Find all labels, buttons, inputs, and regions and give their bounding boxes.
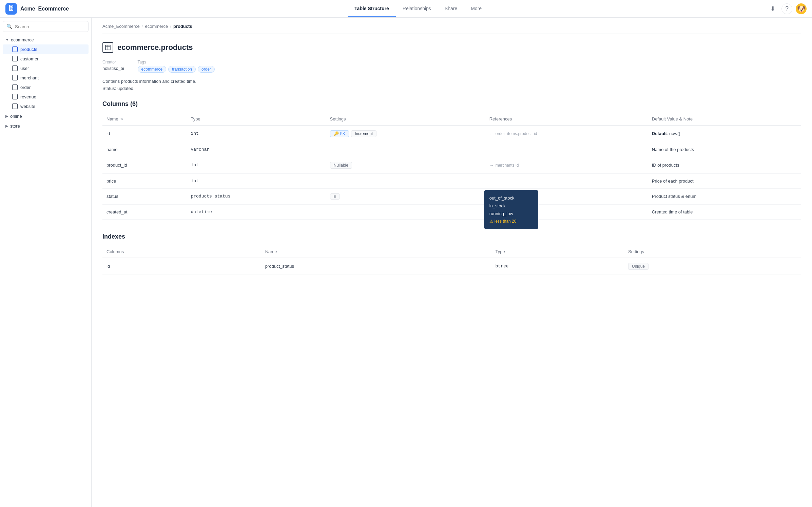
table-row: id product_status btree Unique	[102, 258, 801, 275]
col-type-created-at: datetime	[187, 204, 326, 219]
th-idx-columns: Columns	[102, 246, 261, 258]
indexes-header-row: Columns Name Type Settings	[102, 246, 801, 258]
table-icon	[12, 56, 18, 61]
th-default: Default Value & Note	[648, 113, 801, 125]
tab-share[interactable]: Share	[438, 1, 464, 17]
tab-table-structure[interactable]: Table Structure	[348, 1, 396, 17]
col-settings-price	[326, 173, 485, 188]
ref-arrow-icon: →	[489, 163, 494, 168]
col-type-name: varchar	[187, 142, 326, 157]
sidebar-item-label: website	[20, 104, 35, 109]
table-row: name varchar Name of the products	[102, 142, 801, 157]
sidebar-group-header-ecommerce[interactable]: ▼ ecommerce	[3, 35, 89, 44]
tags-list: ecommerce transaction order	[138, 66, 215, 73]
col-settings-id: 🔑 PK Increment	[326, 125, 485, 142]
enum-value-in-stock: in_stock	[489, 202, 533, 210]
tab-more[interactable]: More	[464, 1, 488, 17]
col-ref-id: ← order_items.product_id	[485, 125, 648, 142]
col-name-id: id	[102, 125, 187, 142]
col-type-product-id: int	[187, 157, 326, 173]
table-icon	[12, 75, 18, 80]
ref-arrow-icon: ←	[489, 131, 494, 136]
body: 🔍 ▼ ecommerce products customer	[0, 18, 812, 507]
enum-tooltip-note: ⚠ less than 20	[489, 218, 533, 225]
download-button[interactable]: ⬇	[767, 3, 778, 14]
sidebar-item-products[interactable]: products	[3, 44, 89, 54]
table-row: status products_status E out_of_stock in…	[102, 188, 801, 204]
badge-unique: Unique	[628, 263, 649, 270]
search-input[interactable]	[15, 24, 85, 29]
table-row: created_at datetime Created time of tabl…	[102, 204, 801, 219]
col-ref-price	[485, 173, 648, 188]
table-icon	[12, 104, 18, 109]
sidebar-group-items-ecommerce: products customer user merchant order	[3, 44, 89, 111]
ref-cell-product-id: → merchants.id	[489, 163, 644, 168]
breadcrumb-app[interactable]: Acme_Ecommerce	[102, 24, 140, 29]
breadcrumb-sep: /	[142, 24, 143, 29]
app-title: Acme_Ecommerce	[20, 6, 69, 12]
th-references: References	[485, 113, 648, 125]
creator-section: Creator holistisc_bi	[102, 60, 124, 73]
idx-col-type: btree	[491, 258, 624, 275]
badge-pk: 🔑 PK	[330, 130, 349, 137]
col-type-price: int	[187, 173, 326, 188]
columns-table: Name ⇅ Type Settings References Default …	[102, 113, 801, 220]
th-idx-name: Name	[261, 246, 491, 258]
sidebar-item-customer[interactable]: customer	[3, 54, 89, 63]
sidebar-group-label-store: store	[10, 124, 20, 129]
settings-cell-id: 🔑 PK Increment	[330, 130, 481, 137]
search-box[interactable]: 🔍	[3, 21, 89, 32]
logo-icon: 🗄	[5, 3, 17, 15]
tag-ecommerce[interactable]: ecommerce	[138, 66, 167, 73]
sidebar-group-header-store[interactable]: ▶ store	[3, 121, 89, 131]
sidebar-item-revenue[interactable]: revenue	[3, 92, 89, 101]
col-note-price: Price of each product	[648, 173, 801, 188]
creator-label: Creator	[102, 60, 124, 64]
sidebar-item-label: revenue	[20, 94, 36, 99]
table-icon	[12, 84, 18, 90]
sidebar-item-label: merchant	[20, 75, 39, 80]
idx-col-settings: Unique	[624, 258, 801, 275]
topnav-right: ⬇ ? 🐶	[767, 3, 807, 14]
breadcrumb-sep: /	[170, 24, 171, 29]
search-icon: 🔍	[6, 24, 12, 29]
sidebar-group-online: ▶ online	[3, 112, 89, 121]
badge-enum[interactable]: E	[330, 193, 340, 200]
sidebar-item-website[interactable]: website	[3, 101, 89, 111]
sidebar-item-order[interactable]: order	[3, 82, 89, 92]
tag-transaction[interactable]: transaction	[168, 66, 196, 73]
enum-value-out-of-stock: out_of_stock	[489, 194, 533, 202]
chevron-right-icon: ▶	[5, 124, 8, 128]
sidebar: 🔍 ▼ ecommerce products customer	[0, 18, 92, 507]
app-logo[interactable]: 🗄 Acme_Ecommerce	[5, 3, 69, 15]
th-idx-settings: Settings	[624, 246, 801, 258]
sidebar-item-user[interactable]: user	[3, 63, 89, 73]
sidebar-item-label: products	[20, 47, 37, 52]
topnav: 🗄 Acme_Ecommerce Table Structure Relatio…	[0, 0, 812, 18]
sidebar-item-label: user	[20, 66, 29, 71]
sidebar-group-header-online[interactable]: ▶ online	[3, 112, 89, 121]
breadcrumb-schema[interactable]: ecommerce	[145, 24, 168, 29]
enum-tooltip: out_of_stock in_stock running_low ⚠ less…	[484, 190, 538, 229]
col-name-created-at: created_at	[102, 204, 187, 219]
sort-icon: ⇅	[120, 117, 123, 121]
page-title: ecommerce.products	[117, 43, 193, 52]
col-name-name: name	[102, 142, 187, 157]
warning-icon: ⚠	[489, 218, 493, 225]
col-note-created-at: Created time of table	[648, 204, 801, 219]
tag-order[interactable]: order	[198, 66, 215, 73]
table-description: Contains products information and create…	[102, 78, 801, 92]
sidebar-item-merchant[interactable]: merchant	[3, 73, 89, 82]
col-name-product-id: product_id	[102, 157, 187, 173]
chevron-down-icon: ▼	[5, 38, 9, 42]
help-button[interactable]: ?	[781, 3, 792, 14]
indexes-table: Columns Name Type Settings id product_st…	[102, 246, 801, 275]
table-row: price int Price of each product	[102, 173, 801, 188]
enum-value-running-low: running_low	[489, 210, 533, 218]
th-idx-type: Type	[491, 246, 624, 258]
nav-tabs: Table Structure Relationships Share More	[77, 1, 759, 17]
th-name[interactable]: Name ⇅	[102, 113, 187, 125]
tab-relationships[interactable]: Relationships	[396, 1, 438, 17]
sidebar-group-label-online: online	[10, 114, 22, 119]
user-avatar[interactable]: 🐶	[796, 3, 807, 14]
